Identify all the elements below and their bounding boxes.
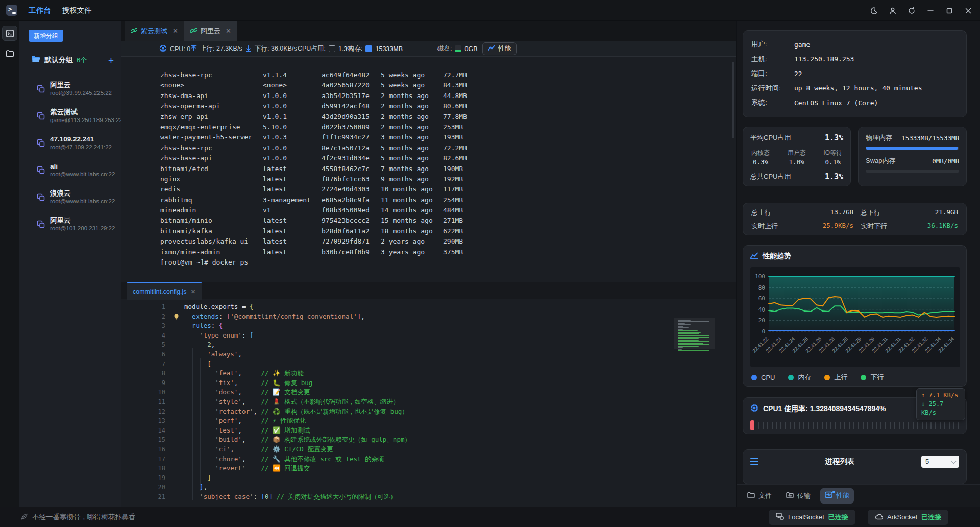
group-count: 6个 <box>77 56 87 65</box>
code-line: 3 rules: { <box>121 321 736 331</box>
tab-transfer[interactable]: 传输 <box>781 488 815 504</box>
server-item[interactable]: 紫云测试game@113.250.189.253:22 <box>19 102 121 129</box>
up-rt-value: 25.9KB/s <box>792 222 853 231</box>
total-cpu-value: 1.3% <box>825 172 843 181</box>
socket-status: 已连接 <box>921 513 941 522</box>
server-item[interactable]: 阿里云root@39.99.245.225:22 <box>19 75 121 102</box>
server-info-card: 用户:game主机:113.250.189.253端口:22运行时间:up 8 … <box>743 30 967 117</box>
code-area[interactable]: 1module.exports = {2 extends: ['@commitl… <box>121 299 736 507</box>
server-address: root@47.109.22.241:22 <box>50 143 112 151</box>
monitor-panel: 用户:game主机:113.250.189.253端口:22运行时间:up 8 … <box>736 21 980 507</box>
session-tab-ziyun[interactable]: 紫云测试 ✕ <box>125 21 184 41</box>
info-row: 主机:113.250.189.253 <box>743 52 966 67</box>
download-arrow-icon <box>245 45 252 53</box>
server-address: root@www.bit-labs.cn:22 <box>50 171 115 178</box>
legend-item[interactable]: 上行 <box>824 373 847 382</box>
server-icon <box>37 139 45 147</box>
code-line: 18 'revert' // ⏪ 回退提交 <box>121 464 736 473</box>
upload-arrow-icon <box>190 45 197 53</box>
localsocket-status[interactable]: LocalSocket 已连接 <box>769 510 855 525</box>
minimize-button[interactable] <box>924 4 937 17</box>
phys-mem-label: 物理内存 <box>866 133 892 142</box>
editor-file-tab[interactable]: commitlint.config.js ✕ <box>127 282 202 300</box>
folder-open-icon <box>32 56 40 65</box>
group-name: 默认分组 <box>44 56 73 65</box>
code-line: 8 'feat', // ✨ 新功能 <box>121 369 736 378</box>
terminal-scrollbar[interactable] <box>732 62 734 138</box>
tab-close-icon[interactable]: ✕ <box>173 27 178 35</box>
server-item[interactable]: 阿里云root@101.200.231.29:22 <box>19 210 121 237</box>
server-item[interactable]: 47.109.22.241root@47.109.22.241:22 <box>19 129 121 156</box>
network-card: 总上行 13.7GB 总下行 21.9GB 实时上行 25.9KB/s 实时下行… <box>743 203 967 235</box>
avg-cpu-label: 平均CPU占用 <box>750 133 791 142</box>
close-button[interactable] <box>962 4 975 17</box>
code-editor-panel: commitlint.config.js ✕ 1module.exports =… <box>121 282 736 507</box>
menu-workbench[interactable]: 工作台 <box>29 6 51 15</box>
server-address: game@113.250.189.253:22 <box>50 116 122 124</box>
tab-performance[interactable]: 性能 <box>820 488 854 504</box>
app-logo-icon: > <box>6 5 17 16</box>
code-line: 2 extends: ['@commitlint/config-conventi… <box>121 312 736 322</box>
theme-moon-icon[interactable] <box>867 4 880 17</box>
server-name: 紫云测试 <box>50 108 122 116</box>
add-server-icon[interactable]: + <box>108 56 114 65</box>
server-item[interactable]: aliroot@www.bit-labs.cn:22 <box>19 156 121 183</box>
cpu-sub-stat: 用户态1.0% <box>788 149 806 166</box>
tab-close-icon[interactable]: ✕ <box>191 288 196 295</box>
arksocket-status[interactable]: ArkSocket 已连接 <box>868 510 948 525</box>
new-group-button[interactable]: 新增分组 <box>29 30 63 42</box>
group-header[interactable]: 默认分组 6个 + <box>32 54 114 67</box>
tab-files[interactable]: 文件 <box>743 488 776 504</box>
local-network-icon <box>776 513 784 522</box>
badge-dot <box>832 491 835 493</box>
svg-text:20: 20 <box>758 317 765 324</box>
legend-item[interactable]: CPU <box>751 374 775 381</box>
panel-tab-bar: 文件 传输 性能 <box>737 484 980 507</box>
files-tool-icon[interactable] <box>2 45 17 61</box>
performance-button[interactable]: 性能 <box>482 42 517 55</box>
up-rt-label: 实时上行 <box>751 222 792 231</box>
motto: 不经一番寒彻骨，哪得梅花扑鼻香 <box>20 513 136 522</box>
minimap-viewport[interactable] <box>674 318 715 349</box>
tab-close-icon[interactable]: ✕ <box>226 27 231 35</box>
session-tab-aliyun[interactable]: 阿里云 ✕ <box>184 21 237 41</box>
refresh-icon[interactable] <box>905 4 918 17</box>
list-icon <box>750 458 758 465</box>
session-tab-bar: 紫云测试 ✕ 阿里云 ✕ <box>121 21 736 41</box>
terminal-row: zhsw-base-rpcv1.0.08e7c1a50712a5 months … <box>160 143 736 153</box>
code-line: 19 ] <box>121 473 736 483</box>
user-account-icon[interactable] <box>886 4 899 17</box>
tab-label: 传输 <box>797 491 811 500</box>
avg-cpu-value: 1.3% <box>825 133 843 142</box>
chart-legend: CPU内存上行下行 <box>751 373 884 382</box>
downlink-stat: 下行: 36.0KB/s <box>245 41 297 57</box>
maximize-button[interactable] <box>943 4 956 17</box>
server-name: 47.109.22.241 <box>50 135 112 143</box>
legend-item[interactable]: 下行 <box>861 373 884 382</box>
terminal-tool-icon[interactable] <box>2 26 17 41</box>
memory-card: 物理内存 15333MB/15533MB Swap内存 0MB/0MB <box>858 127 967 186</box>
info-row: 用户:game <box>743 37 966 52</box>
docker-images-table: zhsw-base-rpcv1.1.4ac649f64e4825 weeks a… <box>160 70 736 257</box>
server-sidebar: 新增分组 默认分组 6个 + 阿里云root@39.99.245.225:22紫… <box>19 21 121 507</box>
page-size-select[interactable]: 5 <box>921 456 959 468</box>
status-bar: 不经一番寒彻骨，哪得梅花扑鼻香 LocalSocket 已连接 ArkSocke… <box>0 507 980 527</box>
folder-icon <box>747 492 755 500</box>
server-icon <box>37 85 45 93</box>
menu-license-file[interactable]: 授权文件 <box>62 6 92 15</box>
cpu-chip-icon <box>750 404 758 414</box>
process-list-title: 进程列表 <box>758 457 921 466</box>
server-item[interactable]: 浪浪云root@www.bit-labs.cn:22 <box>19 183 121 210</box>
terminal-row: nginxlatestf876bfc1cc639 months ago192MB <box>160 174 736 184</box>
server-icon <box>37 112 45 120</box>
server-name: 阿里云 <box>50 216 115 225</box>
cpu-stat: CPU: 0 <box>159 41 190 57</box>
chart-line-icon <box>488 45 495 53</box>
editor-tab-bar: commitlint.config.js ✕ <box>121 282 736 299</box>
tab-label: 阿里云 <box>201 27 220 36</box>
phys-mem-value: 15333MB/15533MB <box>901 134 959 142</box>
tooltip-up: ↑ 7.1 KB/s <box>921 391 960 400</box>
legend-item[interactable]: 内存 <box>788 373 811 382</box>
svg-text:80: 80 <box>758 284 765 291</box>
terminal-output[interactable]: zhsw-base-rpcv1.1.4ac649f64e4825 weeks a… <box>121 57 736 282</box>
